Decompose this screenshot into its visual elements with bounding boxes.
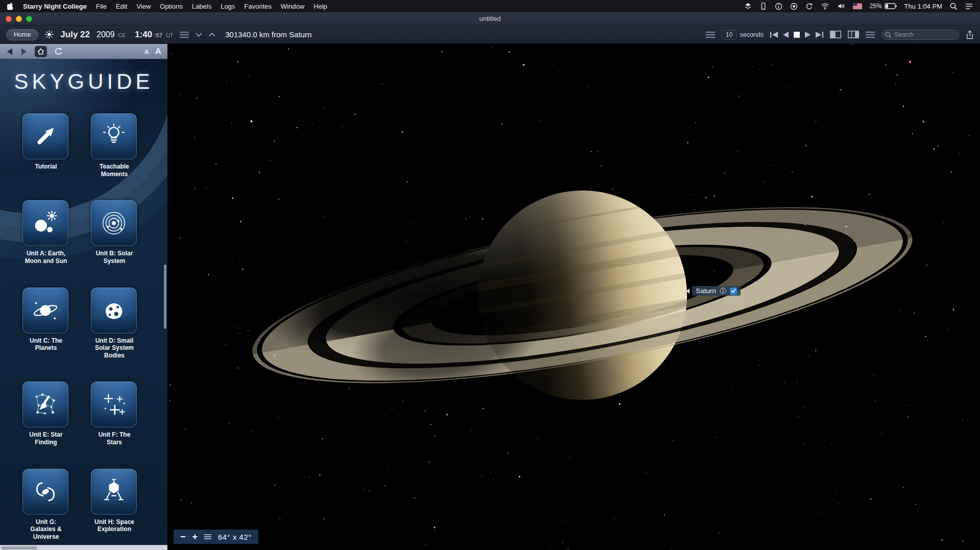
- battery-status[interactable]: 25%: [870, 3, 897, 10]
- search-icon: [885, 32, 892, 38]
- star-sparkles-icon[interactable]: [91, 381, 137, 427]
- sun-time-icon[interactable]: [45, 30, 54, 39]
- handoff-phone-icon[interactable]: [760, 3, 767, 10]
- ringed-planet-icon[interactable]: [22, 288, 68, 333]
- skyguide-tile-solar-system[interactable]: Unit B: Solar System: [91, 200, 138, 265]
- skyguide-tile-lunar-lander[interactable]: Unit H: Space Exploration: [91, 469, 138, 541]
- skyguide-tile-constellation[interactable]: Unit E: Star Finding: [22, 381, 69, 446]
- menu-item-window[interactable]: Window: [281, 3, 304, 10]
- saturn-label[interactable]: Saturn: [692, 286, 741, 296]
- skyguide-tile-earth-moon-sun[interactable]: Unit A: Earth, Moon and Sun: [22, 200, 69, 265]
- menu-item-logs[interactable]: Logs: [220, 3, 235, 10]
- window-title-bar[interactable]: untitled: [0, 12, 980, 26]
- chevron-down-icon[interactable]: [195, 33, 202, 37]
- wifi-icon[interactable]: [821, 3, 829, 10]
- time-step-unit[interactable]: seconds: [740, 31, 764, 38]
- skyguide-tile-lightbulb[interactable]: Teachable Moments: [91, 113, 138, 178]
- earth-moon-sun-icon[interactable]: [22, 200, 68, 246]
- date-year[interactable]: 2009: [96, 30, 115, 39]
- keyboard-flag-icon[interactable]: [853, 3, 862, 9]
- date-time-display[interactable]: July 22 2009 CE 1:40 :57 UT: [60, 30, 173, 40]
- spiral-galaxy-icon[interactable]: [22, 469, 68, 515]
- panel-layout-left-icon[interactable]: [830, 31, 841, 38]
- skyguide-tile-star-sparkles[interactable]: Unit F: The Stars: [91, 381, 138, 446]
- chevron-up-icon[interactable]: [209, 33, 215, 37]
- time-seconds[interactable]: :57: [154, 32, 162, 38]
- object-label-group: Saturn: [686, 286, 741, 296]
- tile-label: Unit C: The Planets: [22, 337, 69, 352]
- menu-item-file[interactable]: File: [96, 3, 107, 10]
- font-size-decrease-button[interactable]: A: [144, 49, 149, 56]
- skyguide-tile-tutorial-arrow[interactable]: Tutorial: [22, 113, 69, 178]
- sidebar-horizontal-scrollbar-thumb[interactable]: [2, 546, 37, 549]
- menu-item-edit[interactable]: Edit: [116, 3, 127, 10]
- play-button[interactable]: [805, 32, 811, 38]
- app-menu-title[interactable]: Starry Night College: [23, 3, 87, 10]
- font-size-increase-button[interactable]: A: [155, 46, 161, 57]
- time-menu-icon[interactable]: [180, 32, 189, 38]
- object-name[interactable]: Saturn: [696, 287, 716, 295]
- options-menu-icon[interactable]: [866, 32, 875, 38]
- skyguide-home-button[interactable]: [35, 46, 47, 57]
- step-back-button[interactable]: [783, 32, 789, 38]
- panel-layout-split-icon[interactable]: [848, 31, 859, 38]
- forward-button[interactable]: [20, 47, 28, 56]
- notification-center-icon[interactable]: [965, 3, 973, 10]
- share-icon[interactable]: [966, 30, 974, 39]
- lunar-lander-icon[interactable]: [91, 469, 137, 515]
- back-button[interactable]: [6, 47, 13, 56]
- privacy-indicator-icon[interactable]: [790, 3, 798, 10]
- zoom-out-button[interactable]: −: [180, 532, 186, 541]
- object-visibility-checkbox[interactable]: [730, 288, 737, 295]
- menu-item-help[interactable]: Help: [313, 3, 327, 10]
- solar-system-icon[interactable]: [91, 200, 137, 246]
- lightbulb-icon[interactable]: [91, 113, 137, 159]
- time-step-value[interactable]: 10: [722, 30, 737, 39]
- skip-to-start-button[interactable]: [770, 32, 778, 38]
- volume-icon[interactable]: [837, 3, 845, 10]
- tile-label: Unit B: Solar System: [91, 250, 138, 265]
- tile-label: Unit F: The Stars: [91, 431, 138, 446]
- time-zone: UT: [166, 32, 173, 38]
- object-info-icon[interactable]: [720, 288, 726, 294]
- menu-item-options[interactable]: Options: [160, 3, 183, 10]
- skyguide-tile-ringed-planet[interactable]: Unit C: The Planets: [22, 288, 69, 360]
- tile-label: Unit G: Galaxies & Universe: [22, 518, 69, 541]
- skyguide-tile-grid: TutorialTeachable MomentsUnit A: Earth, …: [22, 113, 136, 541]
- skyguide-tile-spiral-galaxy[interactable]: Unit G: Galaxies & Universe: [22, 469, 69, 541]
- date-month-day[interactable]: July 22: [60, 30, 90, 40]
- fov-menu-icon[interactable]: [204, 534, 211, 539]
- search-input[interactable]: [881, 30, 959, 40]
- asteroid-icon[interactable]: [91, 288, 137, 333]
- tile-label: Unit E: Star Finding: [22, 431, 69, 446]
- timestep-menu-icon[interactable]: [706, 32, 715, 38]
- sidebar-vertical-scrollbar[interactable]: [164, 265, 166, 329]
- object-pointer-icon: [686, 289, 690, 294]
- apple-menu[interactable]: [7, 2, 14, 10]
- tile-label: Unit H: Space Exploration: [91, 518, 138, 533]
- info-status-icon[interactable]: [775, 3, 782, 10]
- sidebar-horizontal-scrollbar[interactable]: [0, 545, 167, 550]
- menu-item-view[interactable]: View: [136, 3, 151, 10]
- dropbox-icon[interactable]: [744, 3, 752, 10]
- playback-controls: [770, 32, 823, 38]
- time-step-control[interactable]: 10 seconds: [722, 30, 764, 39]
- spotlight-icon[interactable]: [950, 3, 958, 10]
- skyguide-tile-asteroid[interactable]: Unit D: Small Solar System Bodies: [91, 288, 138, 360]
- reload-button[interactable]: [54, 47, 63, 56]
- skip-to-end-button[interactable]: [816, 32, 823, 38]
- viewer-location[interactable]: 301340.0 km from Saturn: [225, 30, 311, 39]
- home-button[interactable]: Home: [6, 29, 38, 40]
- sky-viewport[interactable]: Saturn − + 64° x 42°: [167, 44, 980, 550]
- zoom-in-button[interactable]: +: [192, 532, 198, 541]
- time-hours-minutes[interactable]: 1:40: [135, 30, 152, 40]
- tile-label: Tutorial: [22, 163, 69, 171]
- constellation-icon[interactable]: [22, 381, 68, 427]
- tutorial-arrow-icon[interactable]: [22, 113, 68, 159]
- menu-item-labels[interactable]: Labels: [192, 3, 211, 10]
- menubar-clock[interactable]: Thu 1:04 PM: [904, 3, 942, 10]
- sync-icon[interactable]: [805, 3, 813, 10]
- stop-button[interactable]: [794, 32, 800, 38]
- menu-item-favorites[interactable]: Favorites: [244, 3, 272, 10]
- toolbar-search: [881, 30, 959, 40]
